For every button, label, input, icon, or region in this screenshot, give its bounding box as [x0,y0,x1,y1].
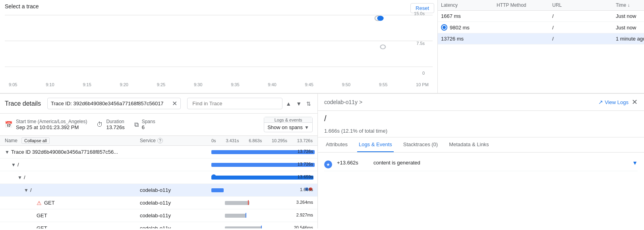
cell-url-1: / [552,25,616,31]
y-axis-max: 15.0s [414,11,425,16]
log-message-0: content is generated [373,160,627,166]
svg-point-4 [377,16,383,21]
clear-trace-icon[interactable]: ✕ [172,100,177,107]
detail-header: codelab-o11y > ↗ View Logs ✕ [318,94,644,111]
span-row-slash1[interactable]: ▼ / 13.726s [0,158,317,171]
x-label-2: 9:15 [83,82,91,87]
span-row-get3[interactable]: GET codelab-o11y 20.546ms [0,222,317,228]
y-axis-zero: 0 [422,71,425,75]
spans-value: 6 [142,124,155,130]
detail-actions: ↗ View Logs ✕ [598,98,638,106]
scatter-chart [5,11,433,71]
tab-metadata[interactable]: Metadata & Links [447,137,490,152]
x-label-10: 9:55 [379,82,387,87]
col-url: URL [552,2,616,8]
span-duration-2: 13.659s [298,174,313,179]
view-logs-button[interactable]: ↗ View Logs [598,99,629,105]
time-marker-0: 0s [211,138,216,143]
close-detail-button[interactable]: ✕ [632,98,638,106]
span-row-slash2[interactable]: ▼ / 13.659s [0,171,317,184]
tab-logs-events[interactable]: Logs & Events [357,137,394,152]
x-label-1: 9:10 [46,82,54,87]
cell-latency-2: 13726 ms [441,36,497,42]
x-label-3: 9:20 [120,82,128,87]
cell-time-0: Just now [616,13,644,19]
duration-item: ⏱ Duration 13.726s [97,119,124,130]
span-duration-3: 1.666s [300,187,313,192]
x-label-8: 9:45 [305,82,313,87]
clock-icon: ⏱ [97,121,103,128]
logs-select[interactable]: Show on spans ▼ [264,123,312,132]
cell-method-0 [497,13,552,19]
error-icon: ⚠ [37,200,42,206]
cell-url-2: / [552,36,616,42]
duration-label: Duration [106,119,124,124]
find-prev-button[interactable]: ▲ [284,99,293,108]
time-marker-1: 3.431s [226,138,239,143]
span-rows-container: ▼ Trace ID 392d6b49080e3456a77168f857c56… [0,146,317,228]
table-header: Latency HTTP Method URL Time ↓ [438,0,644,11]
find-in-trace-input[interactable] [187,98,282,109]
chevron-icon[interactable]: ▼ [11,162,16,168]
start-time-value: Sep 25 at 10:01:23.392 PM [16,124,87,130]
span-service-6: codelab-o11y [140,225,211,228]
table-row[interactable]: 9802 ms / Just now [438,22,644,33]
chevron-icon[interactable]: ▼ [17,175,22,180]
svg-point-5 [381,45,386,49]
name-col-header: Name [5,138,17,143]
tab-stacktraces[interactable]: Stacktraces (0) [402,137,439,152]
find-next-button[interactable]: ▼ [294,99,303,108]
span-name-label: / [24,174,25,180]
x-label-4: 9:25 [157,82,165,87]
calendar-icon: 📅 [5,121,13,128]
cell-latency-0: 1667 ms [441,13,497,19]
span-row-get2[interactable]: GET codelab-o11y 2.927ms [0,209,317,222]
spans-item: ⧉ Spans 6 [134,119,155,130]
external-link-icon: ↗ [598,99,603,105]
tab-attributes[interactable]: Attributes [324,137,349,152]
log-expand-icon[interactable]: ▼ [632,160,638,166]
trace-id-input[interactable] [51,101,169,106]
radio-button-1[interactable] [441,24,447,31]
cell-latency-1: 9802 ms [441,24,497,31]
service-help-icon[interactable]: ? [157,138,163,143]
span-service-4: codelab-o11y [140,200,211,206]
table-row[interactable]: 1667 ms / Just now [438,11,644,22]
logs-events-dropdown[interactable]: Logs & events Show on spans ▼ [264,117,313,132]
find-expand-button[interactable]: ⇅ [305,99,313,108]
span-row-root[interactable]: ▼ Trace ID 392d6b49080e3456a77168f857c56… [0,146,317,158]
start-time-item: 📅 Start time (America/Los_Angeles) Sep 2… [5,119,87,130]
span-name-label: / [30,187,32,193]
table-row[interactable]: 13726 ms / 1 minute ago [438,33,644,44]
chevron-icon[interactable]: ▼ [5,149,10,155]
chevron-icon[interactable]: ▼ [24,187,29,193]
start-time-label: Start time (America/Los_Angeles) [16,119,87,124]
trace-details-title: Trace details [5,100,41,107]
cell-method-2 [497,36,552,42]
logs-legend-label: Logs & events [264,117,312,123]
trace-id-field[interactable]: ✕ [47,98,181,109]
collapse-all-button[interactable]: Collapse all [21,137,50,144]
span-service-3: codelab-o11y [140,187,211,193]
detail-tabs: Attributes Logs & Events Stacktraces (0)… [318,137,644,153]
log-entry-0[interactable]: ★ +13.662s content is generated ▼ [324,157,638,171]
span-row-slash3[interactable]: ▼ / codelab-o11y 1.666s [0,184,317,197]
cell-time-2: 1 minute ago [616,36,644,42]
x-label-5: 9:30 [194,82,202,87]
x-label-11: 10 PM [416,82,429,87]
x-label-7: 9:40 [268,82,276,87]
x-label-0: 9:05 [9,82,17,87]
span-row-get1[interactable]: ⚠ GET codelab-o11y 3.264ms [0,197,317,209]
detail-content: ★ +13.662s content is generated ▼ [318,153,644,228]
span-duration-5: 2.927ms [296,213,313,217]
find-in-trace-container: ▲ ▼ ⇅ [187,98,313,109]
x-label-9: 9:50 [342,82,350,87]
service-col-header: Service [140,138,156,143]
span-duration-1: 13.726s [298,162,313,166]
span-service-5: codelab-o11y [140,213,211,218]
log-entry-icon: ★ [324,160,332,168]
col-time: Time ↓ [616,2,644,8]
page-title: Select a trace [5,3,433,10]
logs-value: Show on spans [267,124,303,130]
span-name-label: GET [37,225,47,228]
